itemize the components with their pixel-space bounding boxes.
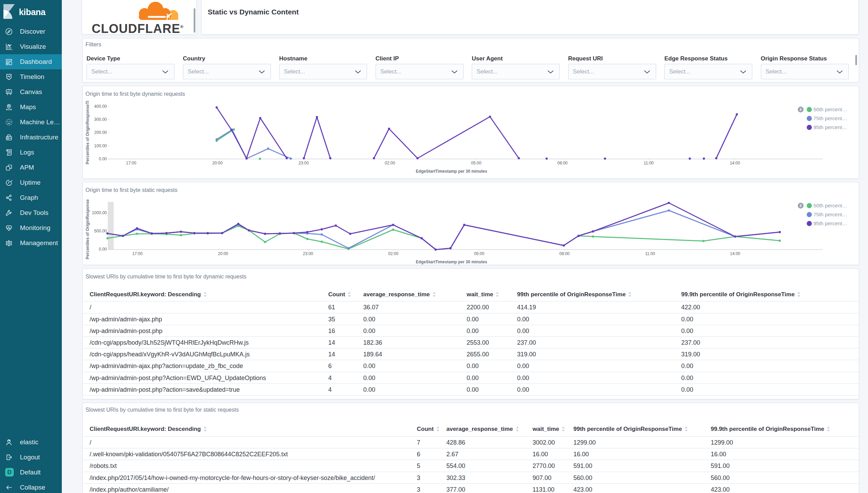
svg-text:17:00: 17:00 [132,251,142,256]
svg-text:95th percent…: 95th percent… [813,124,847,130]
svg-text:23:00: 23:00 [303,251,313,256]
svg-text:20:00: 20:00 [212,161,222,165]
svg-text:14:00: 14:00 [730,161,740,165]
svg-text:EdgeStartTimestamp per 30 minu: EdgeStartTimestamp per 30 minutes [416,169,487,174]
svg-text:95th percent…: 95th percent… [813,220,847,226]
svg-text:02:00: 02:00 [388,251,398,256]
svg-text:17:00: 17:00 [126,161,136,165]
svg-text:75th percent…: 75th percent… [813,115,847,121]
svg-text:05:00: 05:00 [471,161,481,165]
svg-text:50th percent…: 50th percent… [813,106,847,112]
svg-text:1000.00: 1000.00 [92,210,107,215]
svg-text:75th percent…: 75th percent… [813,211,847,217]
svg-text:500.00: 500.00 [94,229,107,233]
svg-text:Percentiles of OriginResponse: Percentiles of OriginResponse [85,199,90,259]
svg-text:0.00: 0.00 [99,157,107,161]
svg-text:08:00: 08:00 [559,251,570,256]
svg-text:08:00: 08:00 [557,161,568,165]
svg-text:Percentiles of OriginResponseT: Percentiles of OriginResponseTi [85,101,90,164]
svg-text:200.00: 200.00 [94,130,107,135]
svg-text:20:00: 20:00 [218,251,228,256]
svg-text:100.00: 100.00 [94,144,107,148]
svg-text:50th percent…: 50th percent… [813,203,847,208]
svg-text:0.00: 0.00 [99,247,107,252]
svg-text:EdgeStartTimestamp per 30 minu: EdgeStartTimestamp per 30 minutes [416,260,487,264]
svg-text:400.00: 400.00 [94,104,107,109]
svg-text:23:00: 23:00 [298,161,309,165]
svg-text:11:00: 11:00 [645,251,655,256]
svg-text:05:00: 05:00 [474,251,484,256]
svg-text:14:00: 14:00 [730,251,740,256]
svg-text:11:00: 11:00 [644,161,654,165]
svg-text:300.00: 300.00 [94,117,107,122]
svg-text:02:00: 02:00 [385,161,395,165]
